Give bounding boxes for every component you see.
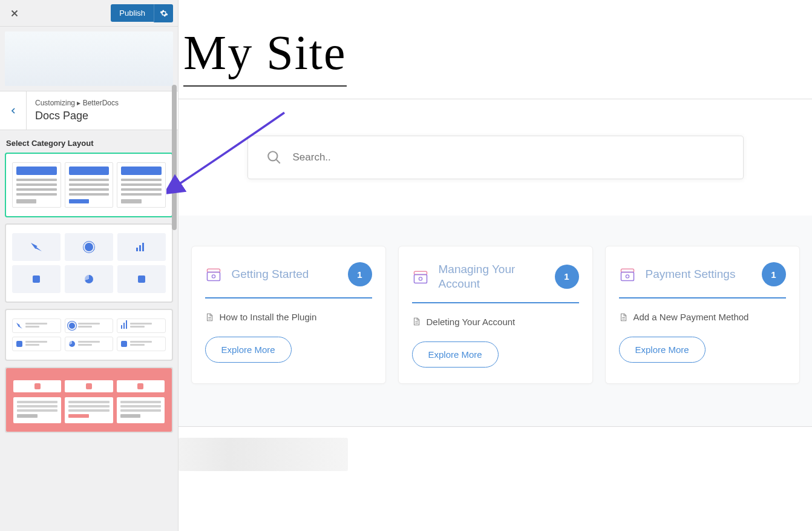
section-heading: Select Category Layout [0,130,178,153]
breadcrumb-title: Docs Page [35,110,119,122]
close-button[interactable] [5,4,24,23]
search-box[interactable] [247,136,744,179]
card-divider [412,302,579,303]
category-title: Payment Settings [646,267,752,282]
back-button[interactable] [0,91,27,130]
article-count-badge: 1 [762,262,786,286]
explore-button[interactable]: Explore More [205,337,292,363]
category-card: Payment Settings 1 Add a New Payment Met… [605,246,800,384]
breadcrumb-row: Customizing ▸ BetterDocs Docs Page [0,91,178,130]
search-icon [266,150,282,165]
breadcrumb-path: Customizing ▸ BetterDocs [35,99,119,107]
svg-rect-7 [621,269,634,272]
publish-button[interactable]: Publish [111,4,154,22]
category-cards: Getting Started 1 How to Install the Plu… [178,216,812,426]
article-link[interactable]: Add a New Payment Method [619,312,786,322]
customizer-sidebar: Publish Customizing ▸ BetterDocs Docs Pa… [0,0,178,531]
category-title: Getting Started [232,267,338,282]
document-icon [412,317,421,326]
chevron-left-icon [8,106,18,116]
category-icon [619,266,636,283]
site-title: My Site [178,0,812,99]
search-input[interactable] [293,151,725,163]
svg-rect-4 [414,271,427,274]
search-section [178,99,812,216]
close-icon [9,8,20,19]
svg-point-9 [626,275,629,278]
preview-pane: My Site Getting Started 1 How to Install… [178,0,812,531]
card-divider [205,297,372,298]
site-preview-thumbnail [5,31,173,86]
publish-group: Publish [111,4,173,22]
layout-options [0,153,178,531]
breadcrumb-text: Customizing ▸ BetterDocs Docs Page [27,91,127,130]
article-count-badge: 1 [348,262,372,286]
layout-option-1[interactable] [5,153,173,217]
category-icon [205,266,222,283]
svg-rect-5 [414,274,427,283]
explore-button[interactable]: Explore More [619,337,706,363]
svg-rect-8 [621,272,634,281]
document-icon [205,312,214,322]
svg-point-3 [212,275,215,278]
layout-option-2[interactable] [5,223,173,303]
category-title: Managing Your Account [439,262,545,291]
category-icon [412,268,429,285]
card-divider [619,297,786,298]
explore-button[interactable]: Explore More [412,341,499,368]
layout-option-3[interactable] [5,309,173,361]
sidebar-toolbar: Publish [0,0,178,27]
footer-placeholder [178,438,348,471]
publish-settings-button[interactable] [154,4,173,22]
sidebar-scrollbar[interactable] [172,85,177,230]
gear-icon [160,9,168,18]
category-card: Managing Your Account 1 Deleting Your Ac… [398,246,593,384]
svg-point-6 [419,277,422,280]
document-icon [619,312,627,322]
layout-option-4[interactable] [5,367,173,433]
svg-rect-1 [207,269,220,272]
svg-rect-2 [207,272,220,281]
article-count-badge: 1 [555,265,579,289]
article-link[interactable]: How to Install the Plugin [205,312,372,322]
svg-point-0 [268,151,277,160]
article-link[interactable]: Deleting Your Account [412,317,579,327]
category-card: Getting Started 1 How to Install the Plu… [191,246,386,384]
